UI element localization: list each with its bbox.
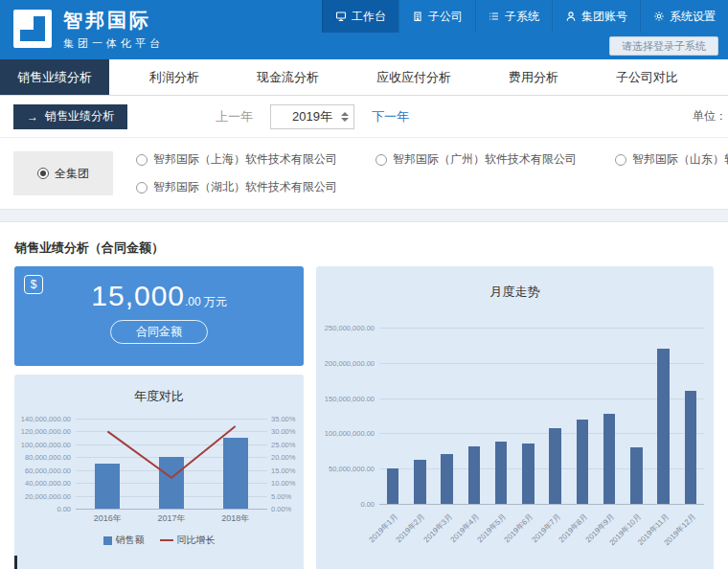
section-badge[interactable]: → 销售业绩分析	[13, 104, 127, 129]
y-axis-tick-label: 150,000,000.00	[325, 395, 375, 403]
bar-2019年12月	[685, 391, 697, 504]
radio-icon[interactable]	[136, 154, 148, 166]
chart-area: 0.0020,000,000.0040,000,000.0060,000,000…	[22, 419, 296, 510]
radio-all-group[interactable]: 全集团	[13, 151, 113, 195]
x-axis-label: 2016年	[76, 512, 140, 525]
company-radio-list: 智邦国际（上海）软件技术有限公司 智邦国际（广州）软件技术有限公司 智邦国际（山…	[136, 151, 728, 195]
company-filter-row: 全集团 智邦国际（上海）软件技术有限公司 智邦国际（广州）软件技术有限公司 智邦…	[0, 138, 728, 209]
y-axis-tick-label: 100,000,000.00	[21, 441, 71, 449]
gridline	[379, 398, 704, 399]
y-axis-tick-label: 250,000,000.00	[325, 324, 375, 332]
y-axis-tick-label: 35.00%	[271, 415, 295, 423]
legend-item: 同比增长	[160, 534, 216, 547]
gridline	[379, 433, 704, 434]
legend-label: 同比增长	[177, 534, 216, 547]
left-axis-ticks: 0.0020,000,000.0040,000,000.0060,000,000…	[22, 419, 76, 510]
radio-icon[interactable]	[615, 154, 626, 166]
y-axis-tick-label: 5.00%	[271, 492, 291, 501]
line-series	[76, 419, 267, 509]
tab-profit-analysis[interactable]: 利润分析	[132, 59, 216, 95]
nav-label: 子系统	[505, 9, 539, 25]
bar-2019年11月	[657, 349, 670, 504]
legend-item: 销售额	[103, 534, 145, 547]
company-label: 智邦国际（山东）软件技术有限公司	[632, 151, 728, 168]
gridline	[379, 328, 704, 329]
bar-2019年10月	[630, 447, 643, 504]
chart-plot	[76, 419, 267, 510]
building-icon	[412, 11, 423, 22]
gridline	[379, 363, 704, 364]
x-axis-label: 2018年	[203, 512, 267, 525]
company-label: 智邦国际（广州）软件技术有限公司	[393, 151, 577, 168]
bar-2019年2月	[414, 460, 426, 504]
contract-amount-button[interactable]: 合同金额	[110, 320, 208, 344]
radio-company-shandong[interactable]: 智邦国际（山东）软件技术有限公司	[615, 151, 728, 168]
y-axis-tick-label: 0.00	[57, 505, 71, 513]
y-axis-tick-label: 25.00%	[271, 441, 295, 449]
nav-label: 子公司	[428, 9, 463, 25]
nav-item-workbench[interactable]: 工作台	[322, 0, 398, 33]
nav-item-system-settings[interactable]: 系统设置	[640, 0, 728, 33]
section-title: 销售业绩分析（合同金额）	[0, 239, 728, 257]
tab-receivable-payable[interactable]: 应收应付分析	[359, 59, 468, 95]
arrow-right-icon: →	[27, 110, 38, 124]
nav-label: 工作台	[352, 9, 386, 25]
tab-expense-analysis[interactable]: 费用分析	[491, 59, 576, 95]
unit-label: 单位：	[693, 108, 728, 125]
year-select[interactable]: 2019年	[270, 104, 354, 129]
list-icon	[489, 11, 500, 22]
tab-cashflow-analysis[interactable]: 现金流分析	[239, 59, 336, 95]
currency-icon: $	[24, 275, 43, 294]
y-axis-tick-label: 0.00%	[271, 505, 291, 513]
amount-decimal: .00	[185, 295, 201, 308]
contract-amount-summary-card: $ 15,000.00万元 合同金额	[14, 266, 304, 366]
radio-company-shanghai[interactable]: 智邦国际（上海）软件技术有限公司	[136, 151, 337, 168]
y-axis-tick-label: 50,000,000.00	[329, 465, 375, 473]
chart-plot	[379, 328, 704, 505]
amount-unit: 万元	[204, 295, 227, 308]
y-axis-tick-label: 10.00%	[271, 479, 295, 488]
bar-2019年8月	[577, 420, 589, 504]
chart-title: 年度对比	[22, 388, 296, 405]
nav-label: 系统设置	[670, 9, 716, 25]
y-axis-tick-label: 120,000,000.00	[21, 427, 71, 436]
nav-item-group-account[interactable]: 集团账号	[552, 0, 640, 33]
radio-company-hubei[interactable]: 智邦国际（湖北）软件技术有限公司	[136, 179, 337, 195]
person-icon	[565, 11, 577, 22]
bar-2019年5月	[495, 442, 508, 504]
radio-icon[interactable]	[37, 168, 49, 179]
section-divider-band	[0, 209, 728, 222]
legend-square-swatch	[103, 536, 112, 545]
yearly-comparison-chart-card: 年度对比 0.0020,000,000.0040,000,000.0060,00…	[14, 375, 304, 569]
gridline	[379, 468, 704, 469]
radio-icon[interactable]	[375, 154, 387, 166]
brand-logo-icon	[13, 10, 52, 48]
nav-item-subsystem[interactable]: 子系统	[475, 0, 552, 33]
x-axis-label: 2017年	[140, 512, 204, 525]
next-year-link[interactable]: 下一年	[372, 108, 409, 125]
dashboard-content: $ 15,000.00万元 合同金额 年度对比 0.0020,000,000.0…	[0, 266, 728, 569]
y-axis-tick-label: 100,000,000.00	[325, 429, 375, 438]
analysis-tabbar: 销售业绩分析 利润分析 现金流分析 应收应付分析 费用分析 子公司对比	[0, 59, 728, 96]
company-label: 智邦国际（上海）软件技术有限公司	[153, 151, 337, 168]
radio-all-group-label: 全集团	[55, 166, 89, 182]
top-nav: 工作台 子公司 子系统	[322, 0, 728, 33]
spinner-icon[interactable]	[341, 112, 349, 122]
company-label: 智邦国际（湖北）软件技术有限公司	[153, 179, 337, 195]
tab-subsidiary-compare[interactable]: 子公司对比	[599, 59, 695, 95]
y-axis-tick-label: 40,000,000.00	[25, 479, 71, 488]
monthly-trend-chart-card: 月度走势 0.0050,000,000.00100,000,000.00150,…	[316, 266, 714, 569]
y-axis-tick-label: 20.00%	[271, 453, 295, 462]
prev-year-link[interactable]: 上一年	[216, 108, 253, 125]
section-title-text: 销售业绩分析（合同金额）	[14, 239, 164, 257]
tab-sales-performance[interactable]: 销售业绩分析	[0, 59, 109, 95]
select-login-subsystem-button[interactable]: 请选择登录子系统	[609, 36, 718, 56]
right-axis-ticks: 0.00%5.00%10.00%15.00%20.00%25.00%30.00%…	[267, 419, 296, 510]
bar-2019年9月	[603, 414, 616, 504]
radio-company-guangzhou[interactable]: 智邦国际（广州）软件技术有限公司	[375, 151, 577, 168]
nav-item-subsidiary[interactable]: 子公司	[398, 0, 475, 33]
y-axis-tick-label: 30.00%	[271, 427, 295, 436]
controls-row: → 销售业绩分析 上一年 2019年 下一年 单位：	[0, 96, 728, 138]
radio-icon[interactable]	[136, 182, 148, 193]
title-marker-bar	[14, 556, 17, 569]
